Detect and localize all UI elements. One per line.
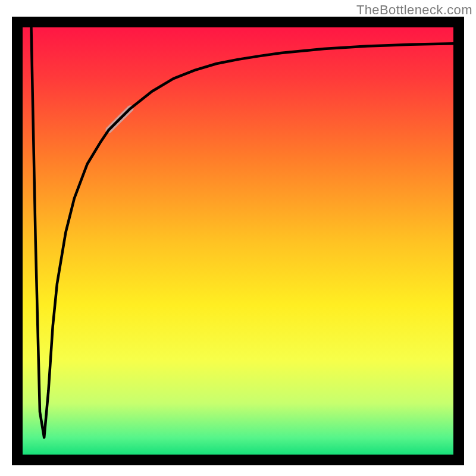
- chart-stage: TheBottleneck.com: [0, 0, 476, 476]
- plot-background-gradient: [23, 27, 453, 455]
- bottleneck-chart: [0, 0, 476, 476]
